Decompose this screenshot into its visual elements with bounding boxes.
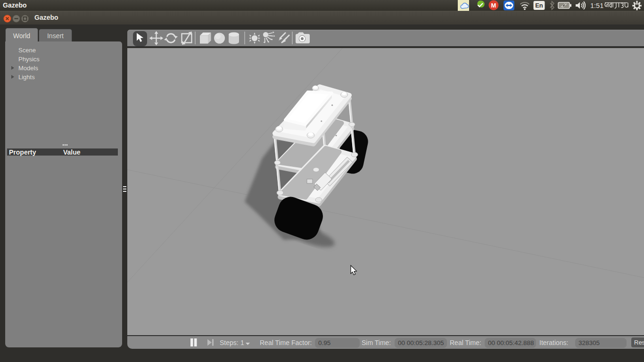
svg-text:1:51: 1:51 xyxy=(590,2,603,9)
svg-text:En: En xyxy=(535,2,543,9)
svg-text:M: M xyxy=(491,2,496,9)
